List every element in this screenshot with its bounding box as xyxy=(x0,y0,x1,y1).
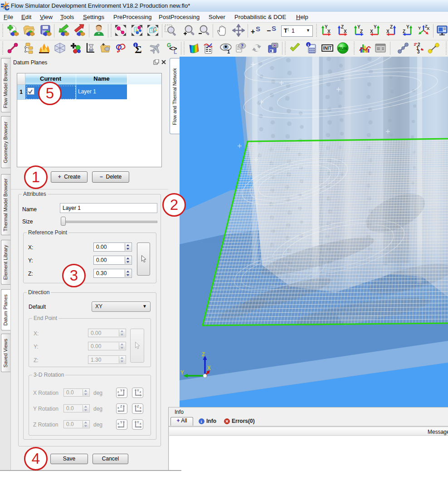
svg-text:x: x xyxy=(117,406,119,409)
svg-text:z: z xyxy=(140,390,141,393)
svg-text:Z: Z xyxy=(360,29,363,34)
svg-text:Z: Z xyxy=(403,29,405,34)
svg-text:X: X xyxy=(386,29,390,34)
svg-text:S: S xyxy=(256,25,260,33)
svg-text:Z: Z xyxy=(390,24,393,29)
svg-text:3: 3 xyxy=(417,49,420,54)
svg-text:L: L xyxy=(174,49,177,54)
svg-text:Y: Y xyxy=(374,24,377,29)
svg-text:X: X xyxy=(370,29,373,34)
svg-text:−: − xyxy=(267,27,271,34)
svg-text:Z: Z xyxy=(202,351,205,358)
svg-text:Y: Y xyxy=(180,369,184,376)
svg-text:X: X xyxy=(327,29,331,34)
svg-text:x: x xyxy=(117,422,119,425)
svg-text:Z: Z xyxy=(120,405,122,408)
svg-text:?: ? xyxy=(241,43,243,49)
svg-text:X: X xyxy=(207,365,211,371)
svg-text:z: z xyxy=(117,390,119,393)
svg-text:Y: Y xyxy=(120,421,122,424)
svg-text:X: X xyxy=(427,26,430,31)
svg-text:INIT: INIT xyxy=(323,46,332,51)
svg-text:Y: Y xyxy=(137,389,139,392)
svg-text:Y: Y xyxy=(120,389,122,392)
svg-text:1: 1 xyxy=(227,49,230,54)
svg-text:+: + xyxy=(251,28,255,35)
svg-text:X: X xyxy=(344,29,347,34)
svg-text:S: S xyxy=(272,24,276,32)
svg-text:Y: Y xyxy=(137,421,139,424)
svg-text:RUN: RUN xyxy=(338,46,347,51)
svg-text:i: i xyxy=(135,43,136,48)
svg-text:Y: Y xyxy=(418,25,421,30)
svg-text:Y: Y xyxy=(406,24,409,29)
svg-text:x: x xyxy=(140,422,141,425)
svg-text:x: x xyxy=(140,406,141,409)
svg-text:Z: Z xyxy=(137,405,139,408)
